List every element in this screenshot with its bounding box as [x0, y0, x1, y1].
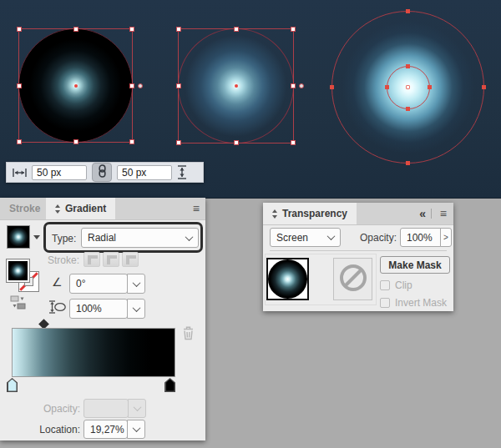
ring-anchor-point[interactable] [385, 85, 389, 89]
chevron-down-icon [132, 279, 140, 287]
opacity-value: 100% [407, 232, 433, 244]
stop-location-label: Location: [35, 424, 80, 435]
chevron-down-icon [132, 304, 140, 312]
gradient-stop-right[interactable] [164, 378, 175, 392]
ring-anchor-point[interactable] [482, 85, 486, 89]
selection-handle[interactable] [129, 83, 134, 88]
side-widget-handle[interactable] [138, 83, 143, 88]
mask-thumbnail-placeholder[interactable] [333, 258, 372, 300]
illustrator-workspace: Stroke Gradient ≡ Type: Radial Stroke: [0, 0, 501, 448]
selection-handle[interactable] [291, 83, 296, 88]
stroke-style-buttons [84, 252, 139, 267]
ring-anchor-point[interactable] [406, 64, 410, 68]
angle-icon: ∠ [52, 275, 63, 289]
no-mask-icon [337, 262, 369, 297]
ring-anchor-point[interactable] [428, 85, 432, 89]
height-input[interactable] [117, 165, 172, 180]
gradient-center-point[interactable] [74, 84, 78, 88]
invert-mask-checkbox[interactable] [380, 298, 390, 308]
ring-anchor-point[interactable] [406, 107, 410, 111]
selection-handle[interactable] [17, 139, 22, 144]
panel-menu-icon[interactable]: ≡ [440, 203, 447, 224]
gradient-along-stroke-button[interactable] [103, 252, 119, 267]
make-mask-button[interactable]: Make Mask [380, 256, 450, 274]
selected-object-circle-3[interactable] [331, 11, 484, 164]
selected-object-circle-1[interactable] [18, 28, 133, 143]
gradient-panel: Stroke Gradient ≡ Type: Radial Stroke: [0, 198, 205, 440]
selection-handle[interactable] [234, 140, 239, 145]
angle-input[interactable]: 0° [69, 274, 128, 294]
stop-opacity-dropdown-button [128, 399, 146, 418]
gradient-swatch-thumbnail[interactable] [7, 225, 30, 249]
object-thumbnail[interactable] [266, 258, 309, 300]
constrain-proportions-button[interactable] [92, 163, 112, 182]
ring-anchor-point[interactable] [330, 85, 334, 89]
selection-handle[interactable] [291, 140, 296, 145]
gradient-within-stroke-button[interactable] [84, 252, 100, 267]
selected-object-circle-2[interactable] [178, 28, 294, 143]
gradient-type-value: Radial [88, 232, 116, 244]
selection-handle[interactable] [291, 27, 296, 32]
transparency-panel-tabbar: Transparency « ≡ [263, 203, 453, 225]
selection-handle[interactable] [129, 139, 134, 144]
tab-stroke-label: Stroke [9, 203, 40, 214]
gradient-preview-bar[interactable] [12, 328, 175, 377]
selection-handle[interactable] [234, 27, 239, 32]
tab-gradient-label: Gradient [65, 203, 106, 214]
opacity-input[interactable]: 100% [400, 228, 441, 247]
tabbar-separator [431, 209, 432, 219]
clip-checkbox[interactable] [380, 280, 390, 290]
stop-opacity-input [84, 399, 129, 418]
fill-proxy-gradient[interactable] [8, 261, 28, 280]
clip-checkbox-row: Clip [380, 279, 412, 291]
artboard-canvas[interactable] [0, 0, 501, 199]
aspect-ratio-value: 100% [76, 303, 102, 315]
selection-handle[interactable] [129, 27, 134, 32]
gradient-swatch-dropdown-icon[interactable] [33, 235, 40, 239]
aspect-dropdown-button[interactable] [127, 299, 145, 319]
type-label: Type: [52, 233, 76, 244]
selection-handle[interactable] [176, 27, 181, 32]
collapse-diamond-icon [272, 209, 278, 219]
invert-mask-label: Invert Mask [395, 297, 447, 309]
object-thumbnail-art [268, 259, 307, 299]
reverse-gradient-icon[interactable] [10, 294, 28, 314]
width-input[interactable] [32, 165, 87, 180]
ring-anchor-point[interactable] [406, 9, 410, 13]
location-dropdown-button[interactable] [127, 420, 145, 439]
invert-mask-checkbox-row: Invert Mask [380, 297, 447, 309]
gradient-across-stroke-button[interactable] [122, 252, 139, 267]
aspect-ratio-input[interactable]: 100% [69, 299, 128, 319]
blend-mode-select[interactable]: Screen [270, 228, 341, 247]
gradient-center-point[interactable] [406, 85, 410, 89]
tab-transparency-label: Transparency [282, 208, 347, 219]
tab-gradient[interactable]: Gradient [46, 198, 115, 219]
opacity-stepper-button[interactable]: > [440, 228, 452, 247]
panel-divider [270, 250, 447, 251]
chevron-down-icon [133, 403, 141, 411]
gradient-type-select[interactable]: Radial [81, 228, 199, 248]
aspect-ratio-icon [48, 300, 67, 318]
selection-handle[interactable] [17, 27, 22, 32]
selection-handle[interactable] [176, 83, 181, 88]
side-widget-handle[interactable] [299, 83, 304, 88]
tab-stroke[interactable]: Stroke [0, 198, 49, 219]
trash-icon[interactable] [182, 325, 195, 344]
link-icon [98, 164, 107, 181]
angle-dropdown-button[interactable] [127, 274, 145, 294]
blend-mode-value: Screen [276, 232, 308, 244]
selection-handle[interactable] [17, 83, 22, 88]
clip-label: Clip [395, 279, 412, 291]
gradient-stop-left[interactable] [7, 378, 18, 392]
stop-location-input[interactable]: 19,27% [84, 420, 128, 439]
dimension-control-bar [6, 162, 204, 183]
tab-transparency[interactable]: Transparency [263, 203, 357, 224]
collapse-to-icons-icon[interactable]: « [419, 203, 425, 224]
chevron-down-icon [327, 232, 336, 240]
gradient-center-point[interactable] [235, 84, 238, 88]
ring-anchor-point[interactable] [406, 161, 410, 165]
panel-menu-icon[interactable]: ≡ [193, 198, 200, 219]
selection-handle[interactable] [73, 139, 78, 144]
selection-handle[interactable] [73, 27, 78, 32]
selection-handle[interactable] [176, 140, 181, 145]
